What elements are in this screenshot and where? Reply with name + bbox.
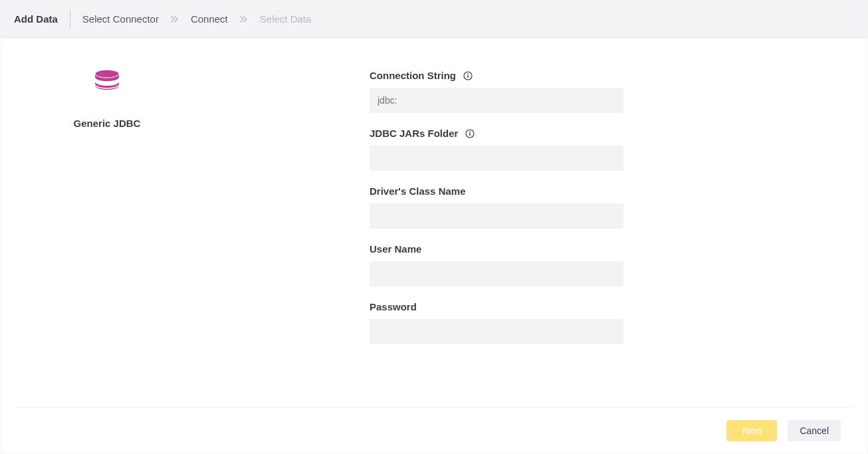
chevron-double-right-icon [240, 16, 248, 23]
next-button[interactable]: Next [726, 420, 777, 441]
label-username: User Name [370, 243, 421, 255]
breadcrumb-step-select-data: Select Data [260, 13, 312, 25]
username-input[interactable] [370, 261, 623, 286]
database-icon [94, 70, 120, 96]
svg-point-3 [467, 73, 469, 74]
label-driver-class: Driver's Class Name [370, 185, 466, 197]
label-password: Password [370, 301, 417, 312]
page-title: Add Data [14, 13, 58, 25]
connection-form: Connection String JDBC JARs Folder [370, 70, 623, 359]
chevron-double-right-icon [171, 16, 179, 23]
password-input[interactable] [370, 319, 623, 344]
connector-summary: Generic JDBC [41, 70, 173, 129]
connector-name: Generic JDBC [41, 118, 173, 129]
svg-rect-4 [467, 75, 469, 78]
field-jars-folder: JDBC JARs Folder [370, 128, 623, 171]
breadcrumb-step-connect[interactable]: Connect [191, 13, 228, 25]
divider [70, 10, 70, 29]
content-area: Generic JDBC Connection String JDBC JARs… [1, 38, 867, 407]
breadcrumb-step-select-connector[interactable]: Select Connector [82, 13, 159, 25]
connection-string-input[interactable] [370, 88, 623, 113]
svg-point-6 [469, 131, 471, 132]
info-icon[interactable] [465, 128, 475, 139]
field-username: User Name [370, 243, 623, 286]
field-connection-string: Connection String [370, 70, 623, 113]
wizard-footer: Next Cancel [14, 407, 854, 453]
label-jars-folder: JDBC JARs Folder [370, 128, 458, 139]
info-icon[interactable] [463, 70, 473, 81]
field-driver-class: Driver's Class Name [370, 185, 623, 229]
jars-folder-input[interactable] [370, 146, 623, 171]
svg-rect-7 [470, 133, 471, 136]
field-password: Password [370, 301, 623, 344]
driver-class-input[interactable] [370, 203, 623, 229]
cancel-button[interactable]: Cancel [788, 420, 841, 441]
label-connection-string: Connection String [370, 70, 456, 81]
wizard-header: Add Data Select Connector Connect Select… [1, 1, 867, 38]
